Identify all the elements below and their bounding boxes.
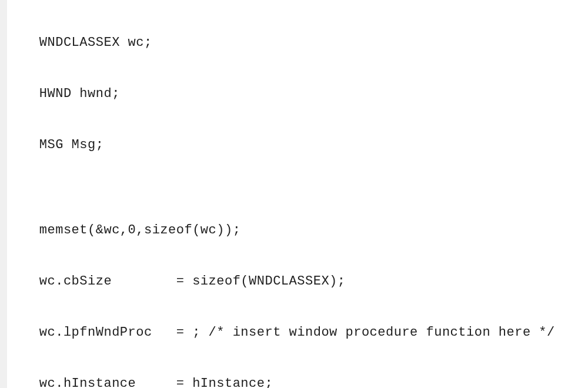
code-line[interactable]: wc.hInstance = hInstance;	[7, 375, 588, 388]
code-editor-view[interactable]: WNDCLASSEX wc; HWND hwnd; MSG Msg; memse…	[7, 0, 588, 388]
code-line[interactable]: MSG Msg;	[7, 136, 588, 153]
code-line[interactable]: wc.cbSize = sizeof(WNDCLASSEX);	[7, 273, 588, 290]
code-line[interactable]: memset(&wc,0,sizeof(wc));	[7, 222, 588, 239]
editor-gutter	[0, 0, 7, 388]
code-line[interactable]: WNDCLASSEX wc;	[7, 34, 588, 51]
code-line[interactable]: wc.lpfnWndProc = ; /* insert window proc…	[7, 324, 588, 341]
code-line[interactable]: HWND hwnd;	[7, 85, 588, 102]
